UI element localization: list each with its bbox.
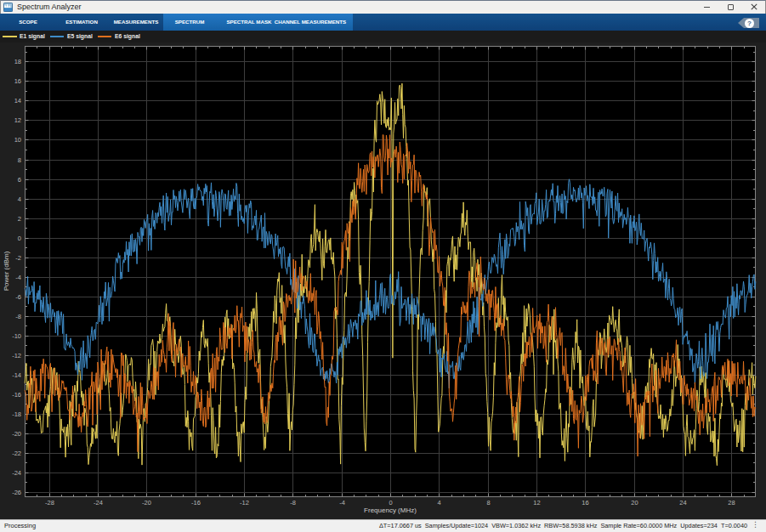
svg-text:4: 4 [437,499,440,507]
svg-text:0: 0 [18,235,21,242]
svg-text:-18: -18 [12,410,21,418]
svg-text:24: 24 [679,499,686,507]
svg-text:8: 8 [486,499,490,507]
svg-text:28: 28 [728,499,735,507]
svg-text:-20: -20 [12,430,21,438]
svg-text:-24: -24 [12,469,21,477]
svg-text:-12: -12 [12,352,21,359]
svg-text:6: 6 [18,176,21,184]
svg-text:12: 12 [14,116,21,124]
svg-text:-16: -16 [191,499,201,507]
svg-text:2: 2 [18,215,21,223]
svg-text:10: 10 [14,136,21,144]
svg-text:-4: -4 [15,274,21,281]
svg-text:-22: -22 [12,450,21,457]
svg-text:-2: -2 [15,254,21,262]
svg-text:-6: -6 [15,293,21,301]
svg-text:-8: -8 [15,313,21,320]
svg-text:-16: -16 [12,391,21,399]
svg-text:-4: -4 [339,499,345,507]
svg-text:Frequency (MHz): Frequency (MHz) [364,507,417,514]
svg-text:16: 16 [14,77,21,85]
svg-text:14: 14 [14,97,21,105]
svg-text:4: 4 [18,195,21,203]
svg-text:0: 0 [389,499,392,507]
svg-text:18: 18 [14,58,21,65]
svg-text:16: 16 [582,499,588,507]
svg-text:Power (dBm): Power (dBm) [3,251,10,291]
svg-text:12: 12 [533,499,540,507]
svg-text:-26: -26 [12,489,21,496]
svg-text:-14: -14 [12,371,21,379]
svg-text:-24: -24 [94,499,103,507]
svg-text:-8: -8 [290,499,296,507]
svg-text:-28: -28 [45,499,54,507]
svg-text:20: 20 [631,499,638,507]
svg-text:-12: -12 [240,499,249,507]
svg-text:-10: -10 [12,332,21,340]
svg-text:-20: -20 [142,499,151,507]
svg-text:8: 8 [18,156,21,164]
